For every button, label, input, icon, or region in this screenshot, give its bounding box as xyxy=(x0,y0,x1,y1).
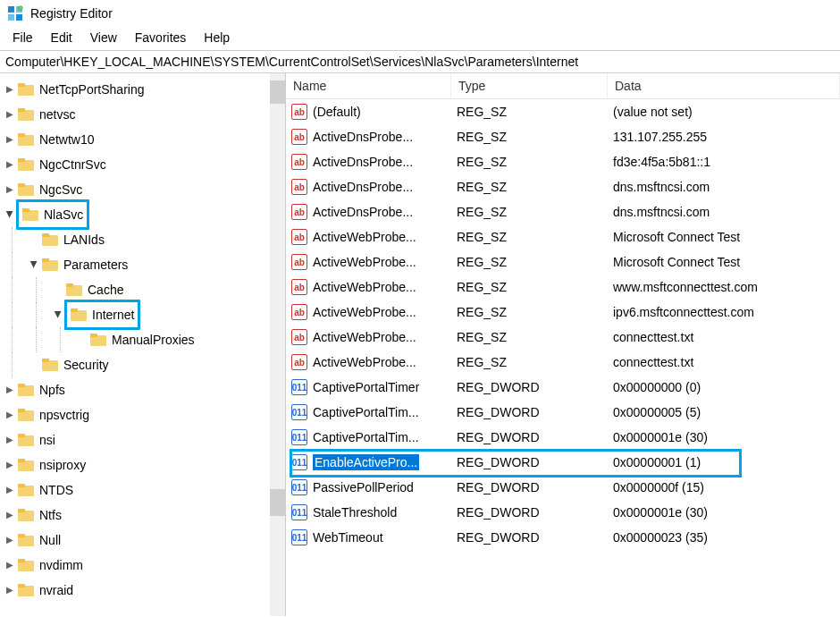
tree-item[interactable]: ▶NTDS xyxy=(4,478,285,503)
reg-dword-icon: 011 xyxy=(291,429,307,445)
tree-item[interactable]: ▶NgcCtnrSvc xyxy=(4,152,285,177)
tree-item[interactable]: Security xyxy=(4,352,285,377)
folder-icon xyxy=(18,409,34,421)
tree-item[interactable]: ▶Internet xyxy=(4,302,285,327)
expander-icon[interactable]: ▶ xyxy=(0,208,22,221)
value-row[interactable]: abActiveWebProbe...REG_SZwww.msftconnect… xyxy=(286,275,840,300)
expander-icon[interactable]: ▶ xyxy=(4,478,16,503)
value-data: 0x0000001e (30) xyxy=(608,430,840,444)
expander-icon[interactable]: ▶ xyxy=(4,377,16,402)
tree-item[interactable]: ▶netvsc xyxy=(4,102,285,127)
value-name: (Default) xyxy=(313,105,361,119)
tree-item[interactable]: ▶nvdimm xyxy=(4,553,285,578)
tree-item[interactable]: ▶nsiproxy xyxy=(4,452,285,478)
tree-item[interactable]: ▶NetTcpPortSharing xyxy=(4,77,285,102)
tree-item[interactable]: LANIds xyxy=(4,227,285,252)
value-data: dns.msftncsi.com xyxy=(608,205,840,219)
tree-item[interactable]: Cache xyxy=(4,277,285,302)
expander-icon[interactable]: ▶ xyxy=(4,402,16,427)
value-row[interactable]: abActiveDnsProbe...REG_SZfd3e:4f5a:5b81:… xyxy=(286,149,840,174)
value-name: ActiveDnsProbe... xyxy=(313,205,413,219)
value-type: REG_DWORD xyxy=(451,505,608,520)
value-row[interactable]: abActiveWebProbe...REG_SZMicrosoft Conne… xyxy=(286,224,840,249)
tree-item[interactable]: ▶NgcSvc xyxy=(4,177,285,202)
expander-icon[interactable]: ▶ xyxy=(46,308,71,321)
value-row[interactable]: ab(Default)REG_SZ(value not set) xyxy=(286,99,840,124)
menu-help[interactable]: Help xyxy=(197,29,237,46)
value-row[interactable]: abActiveWebProbe...REG_SZMicrosoft Conne… xyxy=(286,249,840,275)
window-title: Registry Editor xyxy=(30,6,113,21)
value-row[interactable]: 011EnableActivePro...REG_DWORD0x00000001… xyxy=(286,450,840,475)
expander-icon[interactable]: ▶ xyxy=(4,77,16,102)
tree-item-label: Npfs xyxy=(38,377,67,402)
value-data: Microsoft Connect Test xyxy=(608,230,840,244)
tree-item[interactable]: ▶nsi xyxy=(4,427,285,452)
value-type: REG_SZ xyxy=(451,155,608,169)
tree-item-label: Cache xyxy=(86,277,125,302)
value-data: www.msftconnecttest.com xyxy=(608,280,840,294)
tree-item-highlight: Internet xyxy=(64,300,140,330)
address-bar[interactable]: Computer\HKEY_LOCAL_MACHINE\SYSTEM\Curre… xyxy=(0,51,840,73)
folder-icon xyxy=(18,484,34,496)
tree-item[interactable]: ▶NlaSvc xyxy=(4,202,285,227)
menu-edit[interactable]: Edit xyxy=(44,29,80,46)
expander-icon[interactable]: ▶ xyxy=(4,553,16,578)
expander-icon[interactable]: ▶ xyxy=(4,427,16,452)
value-type: REG_DWORD xyxy=(451,480,608,494)
tree-item[interactable]: ▶Null xyxy=(4,528,285,553)
value-row[interactable]: 011PassivePollPeriodREG_DWORD0x0000000f … xyxy=(286,475,840,500)
folder-icon xyxy=(18,384,34,396)
expander-icon[interactable]: ▶ xyxy=(4,127,16,152)
content-area: ▶NetTcpPortSharing▶netvsc▶Netwtw10▶NgcCt… xyxy=(0,73,840,616)
tree-item[interactable]: ▶Parameters xyxy=(4,252,285,277)
expander-icon[interactable]: ▶ xyxy=(4,152,16,177)
tree-scroll-thumb[interactable] xyxy=(270,80,285,104)
folder-icon xyxy=(18,183,34,196)
expander-icon[interactable]: ▶ xyxy=(4,452,16,478)
reg-sz-icon: ab xyxy=(291,254,307,270)
value-name: CaptivePortalTimer xyxy=(313,380,419,394)
tree-item-label: NgcSvc xyxy=(38,177,84,202)
value-row[interactable]: abActiveWebProbe...REG_SZconnecttest.txt xyxy=(286,350,840,375)
tree-scrollbar[interactable] xyxy=(270,73,285,616)
reg-sz-icon: ab xyxy=(291,204,307,220)
expander-icon[interactable]: ▶ xyxy=(4,102,16,127)
expander-icon[interactable]: ▶ xyxy=(4,177,16,202)
tree-scroll-thumb-2[interactable] xyxy=(270,489,285,516)
tree-item-label: nvraid xyxy=(38,578,75,603)
value-row[interactable]: abActiveDnsProbe...REG_SZ131.107.255.255 xyxy=(286,124,840,149)
menu-favorites[interactable]: Favorites xyxy=(128,29,194,46)
value-row[interactable]: 011WebTimeoutREG_DWORD0x00000023 (35) xyxy=(286,525,840,550)
tree-item[interactable]: ▶nvraid xyxy=(4,578,285,603)
value-row[interactable]: abActiveDnsProbe...REG_SZdns.msftncsi.co… xyxy=(286,174,840,199)
tree-item[interactable]: ▶npsvctrig xyxy=(4,402,285,427)
registry-tree[interactable]: ▶NetTcpPortSharing▶netvsc▶Netwtw10▶NgcCt… xyxy=(0,73,285,606)
value-row[interactable]: 011StaleThresholdREG_DWORD0x0000001e (30… xyxy=(286,500,840,525)
folder-icon xyxy=(18,158,34,171)
svg-rect-2 xyxy=(8,14,14,21)
tree-item[interactable]: ▶Netwtw10 xyxy=(4,127,285,152)
expander-icon[interactable]: ▶ xyxy=(4,528,16,553)
column-header-data[interactable]: Data xyxy=(608,73,840,98)
tree-item[interactable]: ManualProxies xyxy=(4,327,285,352)
value-row[interactable]: abActiveDnsProbe...REG_SZdns.msftncsi.co… xyxy=(286,199,840,224)
column-header-name[interactable]: Name xyxy=(286,73,451,98)
value-row[interactable]: abActiveWebProbe...REG_SZipv6.msftconnec… xyxy=(286,300,840,325)
value-row[interactable]: abActiveWebProbe...REG_SZconnecttest.txt xyxy=(286,325,840,350)
values-list[interactable]: ab(Default)REG_SZ(value not set)abActive… xyxy=(286,99,840,550)
menu-file[interactable]: File xyxy=(5,29,40,46)
folder-icon xyxy=(42,359,58,371)
reg-sz-icon: ab xyxy=(291,329,307,345)
value-row[interactable]: 011CaptivePortalTim...REG_DWORD0x0000000… xyxy=(286,400,840,425)
tree-item-label: Ntfs xyxy=(38,503,63,528)
value-row[interactable]: 011CaptivePortalTim...REG_DWORD0x0000001… xyxy=(286,425,840,450)
tree-item[interactable]: ▶Ntfs xyxy=(4,503,285,528)
expander-icon[interactable]: ▶ xyxy=(4,578,16,603)
tree-item-label: ManualProxies xyxy=(110,327,197,352)
column-header-type[interactable]: Type xyxy=(451,73,608,98)
value-row[interactable]: 011CaptivePortalTimerREG_DWORD0x00000000… xyxy=(286,375,840,400)
tree-item[interactable]: ▶Npfs xyxy=(4,377,285,402)
expander-icon[interactable]: ▶ xyxy=(4,503,16,528)
folder-icon xyxy=(22,208,38,221)
menu-view[interactable]: View xyxy=(83,29,124,46)
